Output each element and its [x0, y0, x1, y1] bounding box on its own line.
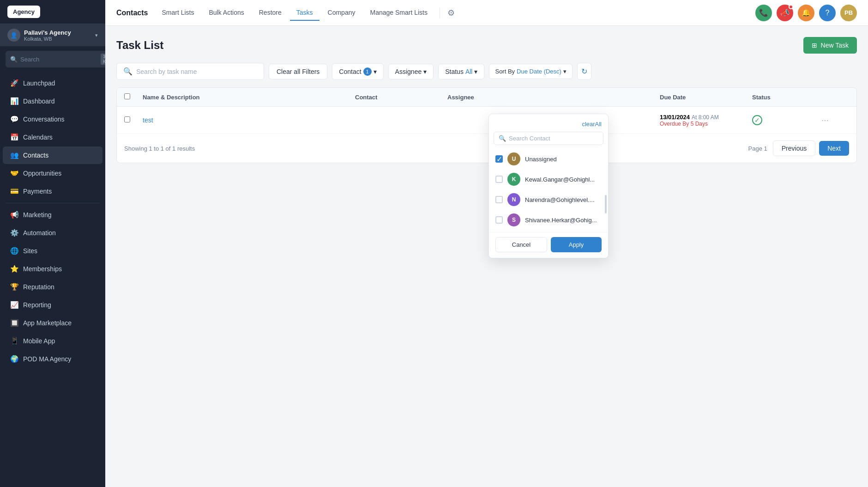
sidebar-item-label: App Marketplace	[23, 319, 72, 327]
checkbox-header	[124, 93, 143, 101]
topbar-divider	[440, 7, 440, 18]
tab-bulk-actions[interactable]: Bulk Actions	[202, 5, 250, 21]
dropdown-search-icon: 🔍	[499, 135, 506, 142]
next-button[interactable]: Next	[819, 141, 849, 156]
table-header: Name & Description Contact Assignee Due …	[117, 88, 856, 107]
topbar: Contacts Smart Lists Bulk Actions Restor…	[105, 0, 868, 26]
avatar-button[interactable]: PB	[840, 5, 857, 21]
dropdown-cancel-button[interactable]: Cancel	[495, 237, 547, 252]
dashboard-icon: 📊	[10, 97, 18, 105]
contact-filter-badge: 1	[363, 67, 372, 76]
sidebar-item-label: Reputation	[23, 283, 54, 291]
dropdown-search-box: 🔍	[494, 132, 603, 145]
task-search-input[interactable]	[136, 68, 257, 75]
sidebar-item-marketing[interactable]: 📢 Marketing	[3, 206, 102, 224]
sidebar-item-label: Memberships	[23, 265, 62, 273]
select-all-checkbox[interactable]	[124, 93, 130, 99]
sidebar-item-pod-ma-agency[interactable]: 🌍 POD MA Agency	[3, 350, 102, 368]
topbar-navigation: Contacts Smart Lists Bulk Actions Restor…	[116, 5, 457, 21]
task-name-link[interactable]: test	[143, 116, 153, 124]
launchpad-icon: 🚀	[10, 79, 18, 87]
sidebar-item-opportunities[interactable]: 🤝 Opportunities	[3, 164, 102, 182]
search-icon: 🔍	[10, 56, 18, 63]
dropdown-item-shivanee[interactable]: S Shivanee.Herkar@Gohig...	[489, 210, 608, 230]
sidebar-item-sites[interactable]: 🌐 Sites	[3, 242, 102, 260]
clear-all-link[interactable]: clearAll	[582, 121, 602, 128]
dropdown-item-unassigned[interactable]: ✓ U Unassigned	[489, 149, 608, 169]
tab-manage-smart-lists[interactable]: Manage Smart Lists	[363, 5, 434, 21]
chevron-down-icon: ▾	[423, 68, 427, 75]
chevron-down-icon: ▾	[374, 68, 377, 75]
account-switcher[interactable]: 👤 Pallavi's Agency Kolkata, WB ▾	[0, 24, 105, 46]
megaphone-button[interactable]: 📣	[777, 5, 793, 21]
clear-filters-button[interactable]: Clear all Filters	[269, 64, 327, 79]
sidebar-item-reputation[interactable]: 🏆 Reputation	[3, 278, 102, 296]
search-kbd: ⌘ K	[101, 54, 105, 65]
dropdown-avatar-kewal: K	[507, 173, 520, 186]
sidebar-item-label: Calendars	[23, 134, 53, 141]
sidebar-item-label: Automation	[23, 229, 56, 237]
sidebar-item-payments[interactable]: 💳 Payments	[3, 183, 102, 200]
page-indicator: Page 1	[748, 145, 767, 152]
sidebar-item-launchpad[interactable]: 🚀 Launchpad	[3, 74, 102, 92]
dropdown-label-unassigned: Unassigned	[525, 156, 557, 163]
sidebar-item-label: Dashboard	[23, 97, 55, 105]
dropdown-search-input[interactable]	[509, 135, 598, 142]
tab-restore[interactable]: Restore	[253, 5, 288, 21]
reporting-icon: 📈	[10, 301, 18, 309]
sidebar-item-label: Sites	[23, 247, 37, 255]
previous-button[interactable]: Previous	[773, 140, 815, 156]
sidebar-item-reporting[interactable]: 📈 Reporting	[3, 296, 102, 314]
pagination-area: Page 1 Previous Next	[748, 140, 849, 156]
refresh-button[interactable]: ↻	[577, 63, 591, 80]
account-icon: 👤	[7, 29, 20, 42]
sidebar: Agency 👤 Pallavi's Agency Kolkata, WB ▾ …	[0, 0, 105, 487]
new-task-button[interactable]: ⊞ New Task	[803, 37, 857, 54]
tab-tasks[interactable]: Tasks	[290, 5, 319, 21]
task-due-date-cell: 13/01/2024 At 8:00 AM Overdue By 5 Days	[660, 113, 752, 127]
settings-button[interactable]: ⚙	[446, 6, 457, 20]
task-name-cell: test	[143, 116, 355, 124]
dropdown-avatar-unassigned: U	[507, 152, 520, 165]
opportunities-icon: 🤝	[10, 169, 18, 177]
sidebar-item-label: POD MA Agency	[23, 355, 71, 363]
sidebar-item-label: Marketing	[23, 211, 51, 219]
col-contact: Contact	[355, 94, 447, 101]
sidebar-item-conversations[interactable]: 💬 Conversations	[3, 110, 102, 128]
sidebar-item-label: Payments	[23, 188, 52, 195]
sidebar-item-dashboard[interactable]: 📊 Dashboard	[3, 92, 102, 110]
dropdown-apply-button[interactable]: Apply	[551, 237, 602, 252]
bell-button[interactable]: 🔔	[798, 5, 814, 21]
sidebar-item-memberships[interactable]: ⭐ Memberships	[3, 260, 102, 278]
dropdown-checkbox-kewal	[495, 176, 503, 183]
contact-filter-dropdown: clearAll 🔍 ✓ U Unassigned K Kewal.Gangar…	[488, 114, 609, 258]
sidebar-item-app-marketplace[interactable]: 🔲 App Marketplace	[3, 314, 102, 332]
assignee-filter-button[interactable]: Assignee ▾	[388, 64, 434, 79]
dropdown-item-narendra[interactable]: N Narendra@Gohighlevel....	[489, 189, 608, 210]
contact-filter-button[interactable]: Contact 1 ▾	[332, 63, 383, 80]
account-location: Kolkata, WB	[24, 36, 91, 42]
dropdown-checkbox-unassigned: ✓	[495, 155, 503, 163]
status-circle[interactable]: ✓	[752, 115, 762, 125]
search-input[interactable]	[20, 56, 98, 63]
sidebar-item-label: Opportunities	[23, 170, 61, 177]
dropdown-item-kewal[interactable]: K Kewal.Gangar@Gohighl...	[489, 169, 608, 189]
sort-button[interactable]: Sort By Due Date (Desc) ▾	[489, 64, 572, 79]
status-filter-button[interactable]: Status All ▾	[438, 64, 484, 79]
sidebar-item-label: Contacts	[23, 152, 48, 159]
pagination: Previous Next	[773, 140, 849, 156]
dropdown-label-kewal: Kewal.Gangar@Gohighl...	[525, 176, 595, 183]
sidebar-item-automation[interactable]: ⚙️ Automation	[3, 224, 102, 242]
tab-company[interactable]: Company	[321, 5, 362, 21]
phone-button[interactable]: 📞	[755, 5, 772, 21]
plus-grid-icon: ⊞	[812, 42, 817, 49]
more-options-button[interactable]: ⋯	[821, 116, 829, 124]
row-select-checkbox[interactable]	[124, 116, 130, 122]
tab-smart-lists[interactable]: Smart Lists	[155, 5, 200, 21]
help-button[interactable]: ?	[819, 5, 836, 21]
contacts-icon: 👥	[10, 151, 18, 159]
sidebar-item-mobile-app[interactable]: 📱 Mobile App	[3, 332, 102, 350]
sidebar-item-contacts[interactable]: 👥 Contacts	[3, 146, 102, 164]
sidebar-item-label: Reporting	[23, 301, 51, 309]
sidebar-item-calendars[interactable]: 📅 Calendars	[3, 128, 102, 146]
